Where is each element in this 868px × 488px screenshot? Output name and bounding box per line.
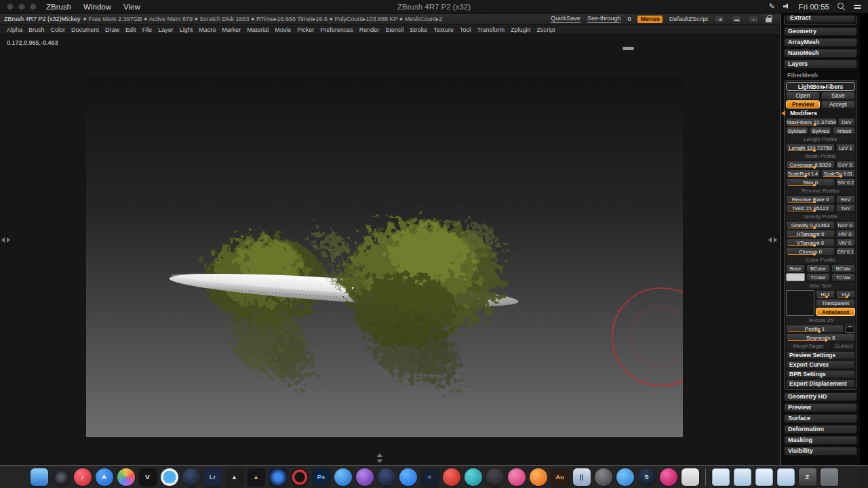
density-variance-button[interactable]: DeV	[838, 118, 855, 126]
scaleroot-slider[interactable]: ScaleRoot 1.4	[786, 169, 820, 178]
palette-menu-item[interactable]: Macro	[199, 26, 216, 33]
extract-button[interactable]: Extract	[786, 16, 855, 22]
default-zscript-button[interactable]: DefaultZScript	[669, 16, 708, 22]
dock-gray-circle-app[interactable]	[595, 468, 612, 486]
modifiers-header[interactable]: Modifiers	[786, 109, 855, 117]
palette-menu-item[interactable]: Stencil	[385, 26, 403, 33]
dock-dark-sphere-app[interactable]	[182, 468, 200, 486]
dock-silver-triangle-app[interactable]: ▲	[226, 468, 243, 486]
doc-nav-icon[interactable]: ◄	[715, 16, 725, 23]
vtangent-slider[interactable]: VTangent 0	[786, 239, 835, 247]
left-tray-divider-handle[interactable]	[1, 237, 11, 243]
dock-dark-v-app[interactable]: V	[139, 468, 157, 486]
preview-settings-button[interactable]: Preview Settings	[786, 351, 855, 359]
tool-subpalette-button[interactable]: NanoMesh	[784, 49, 857, 58]
export-curves-button[interactable]: Export Curves	[786, 361, 855, 369]
tcolor-button[interactable]: TColor	[806, 273, 830, 281]
palette-menu-item[interactable]: Picker	[297, 26, 314, 33]
close-button[interactable]	[7, 3, 14, 10]
minimize-button[interactable]	[18, 3, 25, 10]
palette-menu-item[interactable]: Render	[359, 26, 380, 33]
imbed-button[interactable]: Imbed	[833, 127, 855, 135]
slim-variance-button[interactable]: SlV 0.2	[836, 178, 855, 186]
tool-subpalette-button[interactable]: Geometry	[784, 27, 857, 36]
dock-red-ring-app[interactable]	[291, 468, 309, 486]
tool-subpalette-button[interactable]: Surface	[784, 414, 857, 423]
dock-zbrush-document[interactable]: Z	[799, 468, 816, 486]
dock-purple-sphere-app[interactable]	[356, 468, 374, 486]
clumps-variance-button[interactable]: ClV 0.1	[836, 247, 855, 256]
vt-slider[interactable]: Vt 4	[836, 290, 855, 298]
dock-magenta-sphere-app[interactable]	[660, 468, 677, 486]
tool-subpalette-button[interactable]: Layers	[784, 60, 857, 68]
dock-vm-app[interactable]: ||	[573, 468, 591, 486]
palette-menu-item[interactable]: Alpha	[7, 26, 22, 33]
htangent-slider[interactable]: HTangent 0	[786, 230, 835, 238]
coverage-variance-button[interactable]: CoV 0.	[836, 161, 855, 169]
dock-steam[interactable]: S	[638, 468, 656, 486]
dock-minimized-window-3[interactable]	[755, 468, 773, 486]
palette-menu-item[interactable]: Preferences	[320, 26, 353, 33]
dock-safari[interactable]	[161, 468, 178, 486]
palette-menu-item[interactable]: Movie	[275, 26, 291, 33]
palette-menu-item[interactable]: Color	[51, 26, 66, 33]
dock-minimized-window-1[interactable]	[712, 468, 730, 486]
dock-minimized-window-4[interactable]	[777, 468, 795, 486]
bcolor-button[interactable]: BColor	[806, 264, 830, 272]
save-button[interactable]: Save	[821, 92, 855, 100]
palette-menu-item[interactable]: Light	[180, 26, 193, 33]
dock-lightroom[interactable]: Lr	[204, 468, 222, 486]
twist-slider[interactable]: Twist 21.95122	[786, 204, 835, 212]
gravity-slider[interactable]: Gravity 0.41463	[786, 221, 835, 229]
revolve-rate-slider[interactable]: Revolve Rate 0	[786, 195, 835, 203]
palette-menu-item[interactable]: Marker	[222, 26, 241, 33]
dock-app-store[interactable]: A	[96, 468, 113, 486]
length-variance-button[interactable]: LeV 1	[836, 144, 855, 152]
palette-menu-item[interactable]: Zscript	[537, 26, 555, 33]
zoom-button[interactable]	[30, 3, 37, 10]
notification-center-icon[interactable]	[854, 3, 861, 10]
fiber-texture-thumbnail[interactable]	[786, 290, 814, 316]
segments-slider[interactable]: Segments 8	[786, 333, 855, 342]
profile-curve-thumbnail[interactable]	[845, 325, 855, 333]
dock-trash[interactable]	[821, 468, 838, 486]
profile-slider[interactable]: Profile 1	[786, 325, 844, 333]
maxfibers-slider[interactable]: MaxFibers 21.37359	[786, 118, 837, 126]
menubar-menu[interactable]: View	[123, 3, 140, 11]
palette-menu-item[interactable]: Document	[71, 26, 99, 33]
byarea-button[interactable]: ByArea	[810, 127, 832, 135]
volume-icon[interactable]	[783, 3, 791, 9]
dock-blue-glow-app[interactable]	[269, 468, 287, 486]
accept-button[interactable]: Accept	[821, 100, 855, 108]
dock-minimized-window-2[interactable]	[734, 468, 751, 486]
dock-gray-sphere-app[interactable]	[486, 468, 504, 486]
spotlight-icon[interactable]	[837, 3, 846, 11]
slim-slider[interactable]: Slim 0	[786, 178, 835, 186]
canvas-zoom-scrollbar[interactable]	[623, 47, 634, 50]
dock-music[interactable]: ♪	[74, 468, 92, 486]
dock-red-sphere-app[interactable]	[443, 468, 460, 486]
dock-teal-sphere-app[interactable]	[465, 468, 482, 486]
lightbox-fibers-button[interactable]: LightBox▸Fibers	[786, 82, 855, 91]
bottom-tray-divider-handle[interactable]	[377, 453, 382, 464]
bymask-button[interactable]: ByMask	[786, 127, 808, 135]
dock-audition[interactable]: Au	[551, 468, 569, 486]
dock-photos[interactable]	[117, 468, 135, 486]
pen-tool-icon[interactable]: ✎	[768, 2, 774, 11]
export-displacement-button[interactable]: Export Displacement	[786, 380, 855, 388]
coverage-slider[interactable]: Coverage 8.5329	[786, 161, 835, 169]
twist-variance-button[interactable]: TwV	[836, 204, 855, 212]
dock-photoshop[interactable]: Ps	[313, 468, 330, 486]
menubar-menu[interactable]: ZBrush	[46, 3, 71, 11]
dock-navy-sphere-app[interactable]	[378, 468, 395, 486]
menus-toggle-button[interactable]: Menus	[637, 16, 663, 23]
dock-orange-sphere-app[interactable]	[530, 468, 547, 486]
open-button[interactable]: Open	[786, 92, 820, 100]
dock-pink-sphere-app[interactable]	[508, 468, 526, 486]
length-slider[interactable]: Length 110.72759	[786, 144, 835, 152]
dock-light-gray-app[interactable]	[682, 468, 699, 486]
transparent-button[interactable]: Transparent	[816, 299, 855, 307]
scaletip-slider[interactable]: ScaleTip 0.01	[821, 169, 855, 178]
palette-menu-item[interactable]: Layer	[158, 26, 174, 33]
document-canvas[interactable]	[86, 76, 683, 437]
